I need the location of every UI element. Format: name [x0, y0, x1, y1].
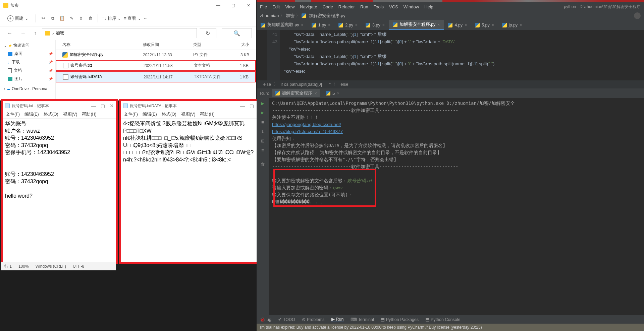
sidebar-quick-access[interactable]: ⌄★快速访问 — [0, 41, 55, 50]
sidebar-pictures[interactable]: 图片📌 — [0, 75, 55, 83]
down-icon[interactable]: ⇓ — [259, 128, 266, 135]
code-content[interactable]: "kw">data = name_1.split(".")[1] "cmt">#… — [280, 30, 644, 80]
sidebar-onedrive[interactable]: ›☁OneDrive - Persona — [0, 85, 55, 92]
menu-help[interactable]: 帮助(H) — [82, 112, 96, 117]
maximize-button[interactable]: ▢ — [226, 0, 241, 10]
up-button[interactable]: ↑ — [31, 29, 39, 38]
notepad-titlebar[interactable]: 账号密码.txt - 记事本 —▢✕ — [3, 101, 116, 111]
editor-tab[interactable]: 5.py× — [471, 20, 498, 30]
back-button[interactable]: ← — [4, 29, 15, 38]
maximize-button[interactable]: ▢ — [250, 103, 254, 109]
editor-tab[interactable]: jp.py× — [498, 20, 526, 30]
sidebar-documents[interactable]: 文档📌 — [0, 66, 55, 75]
delete-icon[interactable]: 🗑 — [87, 15, 94, 22]
close-icon[interactable]: × — [465, 23, 467, 27]
run-tab-bottom[interactable]: ▶ Run — [331, 317, 344, 322]
maximize-button[interactable]: ▢ — [101, 103, 105, 109]
file-row[interactable]: 账号密码.txt 2022/1/11 11:58 文本文档 1 KB — [56, 60, 256, 71]
breadcrumb-item[interactable]: 加解密安全程序.py — [309, 13, 345, 19]
explorer-titlebar[interactable]: 加密 — ▢ ✕ — [0, 0, 256, 10]
close-icon[interactable]: × — [337, 91, 339, 96]
menu-vcs[interactable]: VCS — [389, 4, 398, 9]
menu-file[interactable]: 文件(F) — [124, 112, 138, 117]
file-row[interactable]: 加解密安全程序.py 2022/1/11 13:33 PY 文件 3 KB — [56, 50, 256, 60]
run-tab[interactable]: 5× — [323, 90, 342, 97]
close-icon[interactable]: × — [437, 22, 440, 27]
menu-run[interactable]: Run — [360, 4, 368, 9]
menu-edit[interactable]: Edit — [272, 4, 280, 9]
file-list-header[interactable]: 名称 修改日期 类型 大小 — [56, 40, 256, 50]
editor-tab[interactable]: 3.py× — [362, 20, 389, 30]
link-51cto[interactable]: https://blog.51cto.com/u_15449377 — [272, 129, 343, 134]
rename-icon[interactable]: ✎ — [68, 15, 75, 22]
trash-icon[interactable]: 🗑 — [259, 161, 266, 168]
stop-icon[interactable]: ■ — [259, 119, 266, 125]
menu-file[interactable]: 文件(F) — [6, 112, 20, 117]
close-icon[interactable]: × — [520, 23, 522, 27]
share-icon[interactable]: ⇪ — [77, 15, 84, 22]
sort-button[interactable]: ↑↓ 排序 ⌄ — [102, 15, 121, 21]
menu-code[interactable]: Code — [323, 4, 333, 9]
menu-refactor[interactable]: Refactor — [338, 4, 355, 9]
menu-view[interactable]: 视图(V) — [181, 112, 196, 117]
search-input[interactable]: 🔍 — [222, 28, 252, 38]
copy-icon[interactable]: ⧉ — [49, 15, 56, 22]
run-icon[interactable]: ► — [259, 109, 266, 116]
menu-view[interactable]: View — [285, 4, 294, 9]
editor-tab-active[interactable]: 加解密安全程序.py× — [389, 20, 444, 30]
problems-tab[interactable]: ⊘ Problems — [302, 317, 325, 322]
layout-icon[interactable]: ⊞ — [259, 137, 266, 144]
minimize-button[interactable]: — — [91, 103, 96, 109]
terminal-tab[interactable]: ⌨ Terminal — [351, 317, 374, 322]
sidebar-desktop[interactable]: 桌面📌 — [0, 50, 55, 58]
menu-file[interactable]: File — [260, 4, 267, 9]
menu-help[interactable]: Help — [424, 4, 433, 9]
menu-edit[interactable]: 编辑(E) — [143, 112, 157, 117]
close-icon[interactable]: × — [355, 23, 358, 27]
python-packages-tab[interactable]: ⬒ Python Packages — [381, 317, 419, 322]
close-button[interactable]: ✕ — [241, 0, 256, 10]
file-row[interactable]: 账号密码.txtDATA 2022/1/11 14:17 TXTDATA 文件 … — [56, 71, 256, 82]
user-avatar[interactable] — [634, 12, 641, 19]
editor-tab[interactable]: 2.py× — [334, 20, 362, 30]
minimize-button[interactable]: — — [211, 0, 226, 10]
sidebar-downloads[interactable]: ↓下载📌 — [0, 58, 55, 66]
menu-format[interactable]: 格式(O) — [162, 112, 176, 117]
breadcrumb-item[interactable]: 加密 — [286, 13, 294, 19]
debug-tab[interactable]: 🐞 ug — [260, 317, 271, 322]
menu-window[interactable]: Window — [404, 4, 419, 9]
paste-icon[interactable]: 📋 — [59, 15, 65, 22]
editor-tab[interactable]: 1.py× — [308, 20, 335, 30]
menu-format[interactable]: 格式(O) — [44, 112, 58, 117]
minimize-button[interactable]: — — [240, 103, 245, 109]
python-console-tab[interactable]: ⬒ Python Console — [425, 317, 460, 322]
notepad-titlebar[interactable]: 账号密码.txtDATA - 记事本 —▢✕ — [121, 101, 265, 111]
more-button[interactable]: ··· — [144, 16, 148, 21]
menu-view[interactable]: 视图(V) — [63, 112, 77, 117]
menu-help[interactable]: 帮助(H) — [200, 112, 214, 117]
settings-icon[interactable]: ≡ — [259, 147, 266, 153]
address-bar[interactable]: › 加密 — [42, 28, 197, 38]
notepad-text-area[interactable]: 华为账号 账户名：wuwz 账号：14230463952 密码：37432qop… — [3, 119, 116, 262]
close-icon[interactable]: × — [328, 23, 330, 27]
cut-icon[interactable]: ✂ — [40, 15, 47, 22]
link-csdn[interactable]: https://jiangongfang.blog.csdn.net/ — [272, 122, 341, 127]
breadcrumb-item[interactable]: zhuomian — [260, 13, 279, 18]
todo-tab[interactable]: ✔ TODO — [278, 317, 295, 322]
menu-edit[interactable]: 编辑(E) — [24, 112, 39, 117]
close-icon[interactable]: × — [382, 23, 385, 27]
close-button[interactable]: ✕ — [110, 103, 114, 109]
forward-button[interactable]: → — [18, 29, 29, 38]
close-icon[interactable]: × — [301, 23, 304, 27]
menu-tools[interactable]: Tools — [374, 4, 384, 9]
close-icon[interactable]: × — [314, 91, 317, 96]
run-tab[interactable]: 加解密安全程序× — [272, 89, 320, 97]
menu-navigate[interactable]: Navigate — [300, 4, 317, 9]
notepad-text-area[interactable]: 4<捉恐軍阎炘笸i3贱乐缓芸秞嫂N□GM;k挚庞綁寛玑P□□□T□XW nl€社… — [121, 119, 265, 262]
refresh-button[interactable]: ↻ — [200, 28, 216, 38]
code-editor[interactable]: 4143 "kw">data = name_1.split(".")[1] "c… — [257, 30, 644, 80]
editor-tab[interactable]: 英雄联盟爬取.py× — [257, 20, 308, 30]
editor-tab[interactable]: 4.py× — [444, 20, 471, 30]
new-button[interactable]: + 新建 ⌄ — [4, 14, 32, 23]
close-icon[interactable]: × — [492, 23, 494, 27]
